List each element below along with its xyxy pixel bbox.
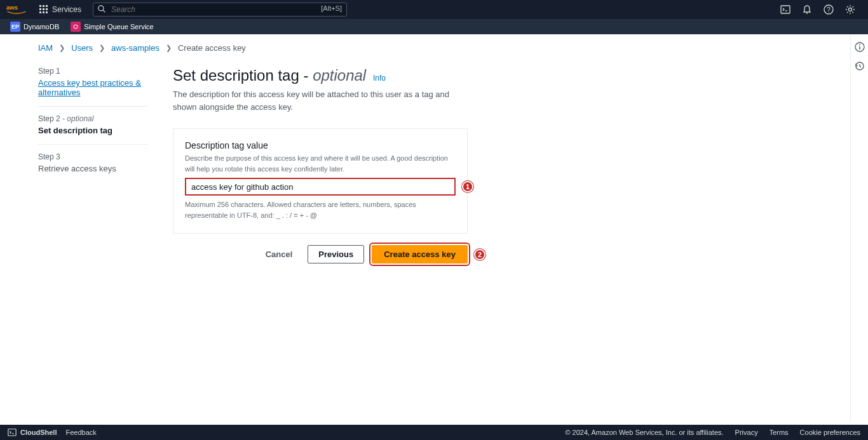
notifications-icon[interactable] bbox=[802, 4, 812, 15]
breadcrumb-users[interactable]: Users bbox=[71, 43, 93, 53]
service-bar: EP DynamoDB Simple Queue Service bbox=[0, 19, 868, 34]
info-link[interactable]: Info bbox=[373, 74, 386, 83]
search-icon bbox=[98, 5, 106, 13]
svg-rect-6 bbox=[46, 8, 48, 10]
svg-text:aws: aws bbox=[6, 4, 18, 11]
settings-icon[interactable] bbox=[845, 4, 855, 15]
svg-point-14 bbox=[806, 13, 808, 14]
cloudshell-button[interactable]: CloudShell bbox=[8, 428, 57, 437]
form-actions: Cancel Previous Create access key 2 bbox=[173, 245, 468, 263]
cancel-button[interactable]: Cancel bbox=[258, 246, 301, 263]
description-tag-help: Describe the purpose of this access key … bbox=[185, 153, 456, 174]
step-1-label: Step 1 bbox=[38, 67, 147, 76]
aws-logo[interactable]: aws bbox=[6, 3, 27, 16]
svg-point-18 bbox=[74, 25, 78, 29]
sqs-icon bbox=[71, 22, 81, 32]
form-panel: Set description tag - optional Info The … bbox=[173, 67, 471, 263]
step-1-title: Access key best practices & alternatives bbox=[38, 78, 147, 97]
form-box: Description tag value Describe the purpo… bbox=[173, 128, 468, 234]
dynamodb-icon: EP bbox=[10, 22, 20, 32]
service-chip-sqs[interactable]: Simple Queue Service bbox=[67, 20, 157, 33]
top-right-icons: ? bbox=[780, 4, 862, 15]
svg-rect-1 bbox=[39, 5, 41, 7]
svg-line-11 bbox=[103, 10, 105, 12]
search-input[interactable] bbox=[93, 3, 347, 17]
services-menu-button[interactable]: Services bbox=[33, 5, 88, 14]
description-tag-label: Description tag value bbox=[185, 140, 456, 150]
svg-rect-4 bbox=[39, 8, 41, 10]
top-nav: aws Services [Alt+S] ? bbox=[0, 0, 868, 19]
svg-point-17 bbox=[849, 8, 852, 11]
step-2-label: Step 2 - optional bbox=[38, 114, 147, 123]
grid-icon bbox=[39, 5, 48, 14]
svg-rect-12 bbox=[781, 6, 790, 13]
svg-point-10 bbox=[98, 6, 104, 11]
svg-rect-3 bbox=[46, 5, 48, 7]
main-content: IAM ❯ Users ❯ aws-samples ❯ Create acces… bbox=[0, 34, 850, 422]
privacy-link[interactable]: Privacy bbox=[735, 429, 758, 436]
dynamodb-label: DynamoDB bbox=[24, 23, 59, 30]
annotation-callout-1: 1 bbox=[462, 181, 473, 192]
previous-button[interactable]: Previous bbox=[308, 245, 364, 263]
breadcrumb-user-name[interactable]: aws-samples bbox=[111, 43, 159, 53]
search-shortcut: [Alt+S] bbox=[321, 4, 342, 12]
create-access-key-button[interactable]: Create access key bbox=[372, 245, 468, 263]
services-label: Services bbox=[52, 5, 81, 14]
step-3-title: Retrieve access keys bbox=[38, 164, 147, 173]
cloudshell-label: CloudShell bbox=[20, 429, 57, 436]
feedback-link[interactable]: Feedback bbox=[65, 429, 96, 436]
description-tag-note: Maximum 256 characters. Allowed characte… bbox=[185, 199, 456, 220]
step-2-title: Set description tag bbox=[38, 126, 147, 135]
search-wrap: [Alt+S] bbox=[93, 3, 347, 17]
chevron-right-icon: ❯ bbox=[99, 44, 105, 52]
wizard-step-3: Step 3 Retrieve access keys bbox=[38, 152, 147, 182]
cloudshell-icon[interactable] bbox=[780, 4, 790, 15]
breadcrumb: IAM ❯ Users ❯ aws-samples ❯ Create acces… bbox=[38, 43, 850, 53]
description-tag-input[interactable] bbox=[185, 178, 456, 196]
chevron-right-icon: ❯ bbox=[166, 44, 172, 52]
svg-rect-2 bbox=[43, 5, 44, 7]
info-panel-icon[interactable] bbox=[855, 42, 865, 52]
svg-point-23 bbox=[859, 44, 860, 46]
terms-link[interactable]: Terms bbox=[770, 429, 789, 436]
wizard-steps: Step 1 Access key best practices & alter… bbox=[38, 67, 147, 263]
history-icon[interactable] bbox=[855, 61, 865, 71]
service-chip-dynamodb[interactable]: EP DynamoDB bbox=[6, 20, 63, 33]
annotation-callout-2: 2 bbox=[474, 249, 485, 260]
footer: CloudShell Feedback © 2024, Amazon Web S… bbox=[0, 425, 868, 440]
wizard-step-2: Step 2 - optional Set description tag bbox=[38, 114, 147, 145]
cookie-link[interactable]: Cookie preferences bbox=[800, 429, 860, 436]
chevron-right-icon: ❯ bbox=[59, 44, 65, 52]
help-icon[interactable]: ? bbox=[824, 4, 834, 15]
svg-rect-5 bbox=[43, 8, 44, 10]
right-gutter bbox=[850, 34, 868, 422]
page-subtitle: The description for this access key will… bbox=[173, 88, 465, 113]
breadcrumb-current: Create access key bbox=[178, 43, 246, 53]
copyright-text: © 2024, Amazon Web Services, Inc. or its… bbox=[565, 429, 723, 436]
sqs-label: Simple Queue Service bbox=[84, 23, 153, 30]
step-3-label: Step 3 bbox=[38, 152, 147, 161]
wizard-step-1[interactable]: Step 1 Access key best practices & alter… bbox=[38, 67, 147, 107]
page-title: Set description tag - optional Info bbox=[173, 67, 471, 84]
svg-rect-26 bbox=[8, 429, 16, 436]
svg-text:?: ? bbox=[827, 6, 831, 13]
breadcrumb-iam[interactable]: IAM bbox=[38, 43, 53, 53]
svg-rect-8 bbox=[43, 11, 44, 13]
svg-rect-9 bbox=[46, 11, 48, 13]
svg-rect-7 bbox=[39, 11, 41, 13]
